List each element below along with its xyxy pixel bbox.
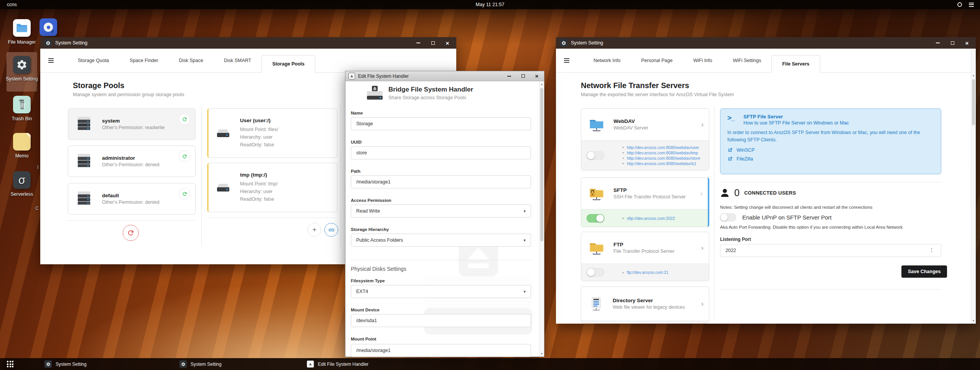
client-link-winscp[interactable]: WinSCP bbox=[727, 147, 934, 153]
minimize-button[interactable] bbox=[935, 40, 941, 46]
pool-card-default[interactable]: default Other's Permission: denied bbox=[68, 183, 196, 214]
taskbar: System Setting System Setting Edit File … bbox=[0, 358, 980, 370]
scroll-up-icon[interactable]: ▲ bbox=[539, 83, 544, 85]
server-card-directory[interactable]: Directory Server Web file viewer for leg… bbox=[581, 287, 709, 324]
tab-disk-space[interactable]: Disk Space bbox=[169, 49, 214, 72]
pool-card-system[interactable]: system Other's Permission: readwrite bbox=[68, 108, 196, 140]
scrollbar-vertical[interactable]: ▲ ▼ bbox=[971, 49, 976, 324]
server-name: FTP bbox=[613, 242, 674, 247]
fsh-card-tmp[interactable]: tmp (tmp:/) Mount Point: tmp/ Hierarchy:… bbox=[207, 163, 337, 212]
name-input[interactable] bbox=[351, 117, 531, 130]
sigma-icon: σ bbox=[13, 171, 31, 189]
ftp-toggle[interactable] bbox=[587, 268, 604, 277]
reload-pool-button[interactable] bbox=[179, 188, 190, 200]
memo-icon bbox=[13, 133, 31, 151]
minimize-button[interactable] bbox=[506, 74, 512, 79]
scrollbar-thumb[interactable] bbox=[972, 79, 975, 125]
chevron-right-icon[interactable]: › bbox=[701, 120, 704, 129]
webdav-link[interactable]: http://dev.arozos.com:8080/webdav/tmp bbox=[627, 151, 698, 155]
save-changes-button[interactable]: Save Changes bbox=[901, 265, 947, 278]
status-ring-icon[interactable] bbox=[957, 2, 962, 7]
tab-personal-page[interactable]: Personal Page bbox=[631, 49, 683, 72]
titlebar[interactable]: System Setting × bbox=[40, 37, 456, 49]
tab-wifi-info[interactable]: WiFi Info bbox=[683, 49, 722, 72]
desktop-icon-memo[interactable]: Memo bbox=[5, 133, 39, 159]
chevron-right-icon[interactable]: › bbox=[701, 244, 704, 252]
tab-storage-pools[interactable]: Storage Pools bbox=[261, 55, 315, 73]
storage-hierarchy-select[interactable]: Public Access Folders▾ bbox=[351, 234, 531, 247]
chevron-right-icon[interactable]: › bbox=[700, 189, 702, 198]
app-launcher-icon[interactable] bbox=[7, 361, 13, 367]
server-card-webdav[interactable]: WebDAV WebDAV Server › ▸http://dev.arozo… bbox=[581, 108, 709, 170]
maximize-button[interactable] bbox=[430, 40, 436, 46]
scrollbar-thumb[interactable] bbox=[540, 88, 543, 241]
caret-right-icon: ▸ bbox=[623, 146, 624, 149]
caret-right-icon: ▸ bbox=[623, 271, 624, 274]
scroll-down-icon[interactable]: ▼ bbox=[539, 352, 544, 355]
tab-file-servers[interactable]: File Servers bbox=[771, 55, 820, 73]
scrollbar-vertical[interactable]: ▲ ▼ bbox=[539, 81, 544, 357]
number-stepper-icon[interactable]: ▴▾ bbox=[931, 247, 932, 253]
taskbar-item-edit-fsh[interactable]: Edit File System Handler bbox=[303, 358, 372, 370]
ftp-link[interactable]: ftp://dev.arozos.com:21 bbox=[627, 270, 668, 275]
desktop-icon-audio-player[interactable]: ♪ bbox=[31, 18, 66, 39]
fsh-card-user[interactable]: User (user:/) Mount Point: files/ Hierar… bbox=[207, 108, 337, 158]
webdav-toggle[interactable] bbox=[587, 151, 604, 160]
maximize-button[interactable] bbox=[950, 40, 955, 46]
uuid-input[interactable] bbox=[351, 146, 531, 159]
reload-pool-button[interactable] bbox=[179, 113, 190, 125]
clock[interactable]: May 11 21:57 bbox=[476, 2, 505, 7]
taskbar-item-system-setting-1[interactable]: System Setting bbox=[41, 358, 90, 370]
sftp-link[interactable]: sftp://dev.arozos.com:2022 bbox=[627, 216, 675, 221]
upnp-toggle[interactable] bbox=[720, 213, 736, 221]
close-button[interactable]: × bbox=[534, 74, 539, 79]
scroll-up-icon[interactable]: ▲ bbox=[971, 74, 976, 77]
close-button[interactable]: × bbox=[445, 40, 450, 46]
menu-icon[interactable] bbox=[48, 58, 54, 63]
tab-storage-quota[interactable]: Storage Quota bbox=[67, 49, 119, 72]
listening-port-input[interactable] bbox=[720, 244, 941, 257]
webdav-link[interactable]: http://dev.arozos.com:8080/webdav/user bbox=[627, 145, 699, 150]
tab-space-finder[interactable]: Space Finder bbox=[119, 49, 168, 72]
titlebar[interactable]: Edit File System Handler × bbox=[345, 71, 544, 81]
maximize-button[interactable] bbox=[520, 74, 526, 79]
menu-icon[interactable] bbox=[969, 3, 974, 7]
tab-wifi-settings[interactable]: WiFi Settings bbox=[723, 49, 772, 72]
titlebar[interactable]: System Setting × bbox=[556, 37, 976, 49]
desktop-icon-trash-bin[interactable]: Trash Bin bbox=[5, 96, 39, 121]
tab-network-info[interactable]: Network Info bbox=[583, 49, 631, 72]
pool-name: administrator bbox=[102, 155, 159, 161]
minimize-button[interactable] bbox=[416, 40, 421, 46]
webdav-link[interactable]: http://dev.arozos.com:8080/webdav/store bbox=[627, 156, 700, 160]
path-input[interactable] bbox=[351, 175, 531, 188]
desktop-icon-label: File Manager bbox=[5, 39, 39, 45]
server-rack-icon bbox=[76, 190, 92, 207]
taskbar-item-system-setting-2[interactable]: System Setting bbox=[176, 358, 225, 370]
webdav-link[interactable]: http://dev.arozos.com:8080/webdav/is1 bbox=[627, 161, 696, 166]
sftp-toggle[interactable] bbox=[587, 214, 604, 223]
refresh-all-pools-button[interactable] bbox=[123, 225, 139, 241]
chevron-right-icon[interactable]: › bbox=[701, 300, 704, 308]
client-link-filezilla[interactable]: FileZilla bbox=[727, 156, 934, 162]
server-name: Directory Server bbox=[613, 298, 685, 303]
server-card-sftp[interactable]: SFTP SSH File Transfer Protocol Server ›… bbox=[581, 177, 709, 227]
bridge-fsh-button[interactable] bbox=[324, 223, 338, 237]
add-fsh-button[interactable]: + bbox=[307, 223, 321, 237]
desktop-icon-serverless[interactable]: σ Serverless bbox=[5, 171, 39, 197]
close-button[interactable]: × bbox=[964, 40, 970, 46]
reload-pool-button[interactable] bbox=[179, 151, 190, 162]
hostname[interactable]: ccns bbox=[7, 2, 17, 7]
desktop-icon-label: Memo bbox=[5, 153, 39, 159]
access-permission-select[interactable]: Read Write▾ bbox=[351, 205, 531, 218]
eject-disk-icon bbox=[349, 73, 355, 79]
desktop-icon-system-setting[interactable]: System Setting bbox=[5, 56, 39, 82]
mount-point-input[interactable] bbox=[351, 344, 531, 357]
scroll-down-icon[interactable]: ▼ bbox=[971, 319, 976, 322]
menu-icon[interactable] bbox=[564, 58, 569, 63]
pool-card-administrator[interactable]: administrator Other's Permission: denied bbox=[68, 146, 196, 177]
tab-disk-smart[interactable]: Disk SMART bbox=[214, 49, 261, 72]
filesystem-type-select[interactable]: EXT4▾ bbox=[351, 285, 531, 298]
server-card-ftp[interactable]: FTP File Transfer Protocol Server › ▸ftp… bbox=[581, 232, 709, 281]
server-desc: SSH File Transfer Protocol Server bbox=[613, 194, 686, 200]
mount-device-input[interactable] bbox=[351, 314, 531, 327]
